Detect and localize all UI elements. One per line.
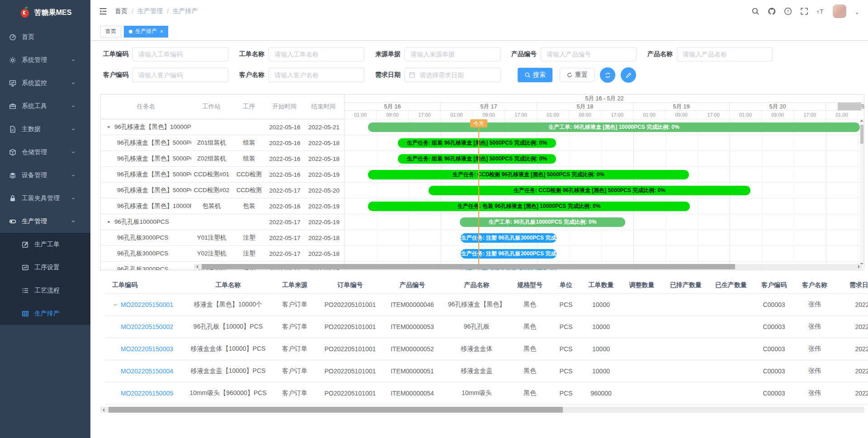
gantt-bar[interactable]: 生产任务: 注塑 96孔孔板3000PCS 完成	[461, 233, 557, 243]
table-column-header: 规格型号	[509, 281, 550, 289]
sidebar-item-warehouse[interactable]: 仓储管理	[0, 141, 90, 164]
chevron-down-icon	[71, 196, 76, 201]
gantt-task-row[interactable]: 96孔孔板3000PCSY01注塑机注塑2022-05-172022-05-18	[101, 230, 344, 246]
gantt-hour-label: 09:00	[762, 111, 794, 119]
gantt-task-row[interactable]: 96孔移液盒【黑色】5000PCSCCD检测#02CCD检测2022-05-17…	[101, 183, 344, 198]
sidebar-subitem-list[interactable]: 工艺流程	[0, 279, 90, 302]
table-row[interactable]: MO20220515000510mm吸头【960000】PCS客户订单PO202…	[105, 382, 868, 405]
collapse-icon[interactable]	[106, 220, 111, 225]
edit-square-icon	[22, 241, 29, 248]
table-cell: 10000	[582, 301, 620, 308]
tab-home[interactable]: 首页	[100, 26, 121, 38]
sidebar-item-toolbox[interactable]: 系统工具	[0, 94, 90, 118]
breadcrumb-home[interactable]: 首页	[115, 7, 127, 15]
tab-production-schedule[interactable]: 生产排产×	[124, 26, 168, 38]
gantt-bar[interactable]: 生产任务: 组装 96孔移液盒 [黑色] 5000PCS 完成比例: 0%	[398, 154, 556, 164]
table-hscroll-thumb[interactable]	[108, 407, 563, 413]
breadcrumb-production-manage[interactable]: 生产管理	[137, 7, 163, 15]
gantt-hour-label: 01:00	[537, 111, 569, 119]
filter-input[interactable]	[405, 47, 500, 61]
caret-down-icon[interactable]	[854, 11, 860, 16]
table-row[interactable]: MO202205150004移液盒盒盖【10000】PCS客户订单PO20220…	[105, 360, 868, 382]
sidebar-subitem-grid[interactable]: 生产排产	[0, 302, 90, 325]
gantt-bar[interactable]: 生产工单: 96孔移液盒 [黑色] 10000PCS 完成比例: 0%	[368, 122, 860, 132]
gantt-bar[interactable]: 生产任务: 注塑 96孔孔板3000PCS 完成	[461, 249, 557, 259]
gantt-bar[interactable]: 生产工单: 96孔孔板10000PCS 完成比例: 0%	[460, 217, 625, 227]
demand-date-input[interactable]	[405, 68, 500, 82]
gantt-bar[interactable]: 生产任务: CCD检测 96孔移液盒 [黑色] 5000PCS 完成比例: 0%	[368, 170, 689, 179]
table-cell: MO202205150001	[105, 301, 186, 308]
table-cell: MO202205150005	[105, 390, 186, 397]
sidebar-item-dashboard[interactable]: 首页	[0, 25, 90, 48]
gantt-hscroll-thumb[interactable]	[202, 264, 735, 269]
search-icon[interactable]	[751, 7, 760, 15]
table-row[interactable]: MO202205150003移液盒盒体【10000】PCS客户订单PO20220…	[105, 338, 868, 360]
filter-input[interactable]	[132, 68, 228, 82]
gantt-task-row[interactable]: 96孔移液盒【黑色】10000PCS包装机包装2022-05-162022-05…	[101, 198, 344, 214]
table-row[interactable]: MO20220515000296孔孔板【10000】PCS客户订单PO20220…	[105, 316, 868, 338]
table-cell: PCS	[550, 390, 582, 397]
gantt-task-row[interactable]: 96孔移液盒【黑色】5000PCSCCD检测#01CCD检测2022-05-16…	[101, 167, 344, 183]
table-cell: 移液盒【黑色】10000个	[186, 301, 270, 309]
filter-input[interactable]	[677, 47, 773, 61]
sidebar-item-layers[interactable]: 设备管理	[0, 164, 90, 187]
work-order-link[interactable]: MO202205150004	[121, 367, 173, 375]
sidebar-fold-icon[interactable]	[99, 7, 108, 16]
table-horizontal-scrollbar[interactable]	[100, 407, 864, 413]
fullscreen-icon[interactable]	[800, 7, 808, 15]
work-order-link[interactable]: MO202205150002	[121, 323, 173, 330]
filter-label: 工单编码	[103, 50, 128, 58]
breadcrumb-production-schedule[interactable]: 生产排产	[173, 7, 198, 15]
sidebar-item-document[interactable]: 主数据	[0, 118, 90, 141]
search-button[interactable]: 搜索	[518, 68, 552, 82]
work-order-table-header: 工单编码工单名称工单来源订单编号产品编号产品名称规格型号单位工单数量调整数量已排…	[105, 277, 868, 294]
work-order-link[interactable]: MO202205150001	[121, 301, 173, 308]
gantt-task-row[interactable]: 96孔移液盒【黑色】10000PCS2022-05-162022-05-21	[101, 119, 344, 135]
gantt-vertical-scrollbar[interactable]	[860, 119, 864, 265]
work-order-link[interactable]: MO202205150005	[121, 390, 173, 397]
avatar[interactable]	[833, 5, 846, 18]
logo-icon	[19, 7, 31, 19]
table-cell: PCS	[550, 301, 582, 308]
gantt-task-row[interactable]: 96孔孔板10000PCS2022-05-172022-05-19	[101, 214, 344, 230]
font-size-icon[interactable]: TT	[816, 7, 825, 15]
filter-input[interactable]	[132, 47, 228, 61]
refresh-icon	[566, 72, 573, 78]
gantt-task-row[interactable]: 96孔移液盒【黑色】5000PCSZ01组装机组装2022-05-162022-…	[101, 135, 344, 151]
list-icon	[22, 287, 29, 294]
filter-input[interactable]	[541, 47, 637, 61]
github-icon[interactable]	[768, 7, 776, 15]
gantt-bar[interactable]: 生产任务: CCD检测 96孔移液盒 [黑色] 5000PCS 完成比例: 0%	[429, 186, 750, 195]
refresh-round-button[interactable]	[600, 67, 615, 83]
gantt-task-row[interactable]: 96孔孔板3000PCSY02注塑机注塑2022-05-172022-05-18	[101, 246, 344, 262]
work-order-link[interactable]: MO202205150003	[121, 345, 173, 353]
gantt-bar[interactable]: 生产任务: 包装 96孔移液盒 [黑色] 10000PCS 完成比例: 0%	[368, 202, 690, 211]
filter-input[interactable]	[269, 68, 364, 82]
gantt-hour-label: 17:00	[794, 111, 826, 119]
collapse-icon[interactable]	[106, 125, 111, 130]
filter-label: 产品编号	[511, 50, 537, 58]
gantt-hour-label: 01:00	[730, 111, 762, 119]
gantt-hour-label: 17:00	[601, 111, 633, 119]
sidebar-item-toggle[interactable]: 生产管理	[0, 210, 90, 233]
sidebar-subitem-edit-square[interactable]: 生产工单	[0, 233, 90, 256]
tab-close-icon[interactable]: ×	[160, 29, 163, 34]
help-icon[interactable]: ?	[784, 7, 792, 15]
table-row[interactable]: MO202205150001移液盒【黑色】10000个客户订单PO2022051…	[105, 294, 868, 316]
reset-button[interactable]: 重置	[560, 68, 594, 82]
gantt-horizontal-scrollbar[interactable]	[194, 264, 862, 269]
edit-round-button[interactable]	[621, 67, 636, 83]
sidebar-item-label: 系统管理	[22, 56, 47, 64]
gantt-process: 组装	[232, 139, 266, 147]
table-column-header: 工单来源	[270, 281, 320, 289]
svg-text:T: T	[820, 8, 823, 15]
table-cell: 黑色	[509, 323, 550, 331]
sidebar-item-monitor[interactable]: 系统监控	[0, 71, 90, 94]
gantt-task-row[interactable]: 96孔移液盒【黑色】5000PCSZ02组装机组装2022-05-162022-…	[101, 151, 344, 167]
filter-input[interactable]	[269, 47, 364, 61]
sidebar-item-gear[interactable]: 系统管理	[0, 48, 90, 71]
gantt-bar[interactable]: 生产任务: 组装 96孔移液盒 [黑色] 5000PCS 完成比例: 0%	[398, 138, 556, 148]
sidebar-item-lock[interactable]: 工装夹具管理	[0, 187, 90, 210]
sidebar-subitem-chart-image[interactable]: 工序设置	[0, 256, 90, 279]
table-cell: C00003	[754, 367, 794, 375]
